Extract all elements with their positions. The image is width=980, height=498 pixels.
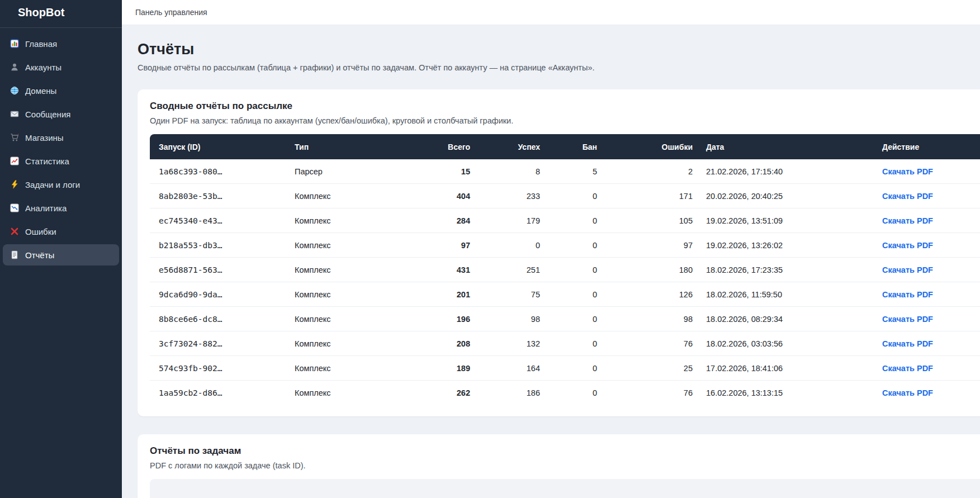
cell-ban: 5 — [549, 159, 606, 184]
sidebar-item-shops[interactable]: Магазины — [3, 127, 119, 148]
download-pdf-link[interactable]: Скачать PDF — [882, 167, 933, 176]
cell-errors: 76 — [606, 331, 702, 356]
sidebar-item-messages[interactable]: Сообщения — [3, 103, 119, 125]
cell-ban: 0 — [549, 233, 606, 258]
download-pdf-link[interactable]: Скачать PDF — [882, 364, 933, 373]
cell-type: Комплекс — [295, 258, 401, 282]
cell-run-id: 1aa59cb2-d86… — [150, 381, 295, 405]
cart-icon — [10, 133, 19, 142]
cell-errors: 105 — [606, 208, 702, 233]
cell-total: 196 — [401, 307, 479, 331]
mailing-reports-title: Сводные отчёты по рассылке — [150, 101, 980, 112]
sidebar-item-label: Ошибки — [25, 227, 56, 236]
cell-date: 18.02.2026, 03:03:56 — [702, 331, 858, 356]
sidebar-item-reports[interactable]: Отчёты — [3, 244, 119, 265]
task-reports-card: Отчёты по задачам PDF с логами по каждой… — [138, 434, 980, 498]
cell-total: 97 — [401, 233, 479, 258]
cell-errors: 171 — [606, 184, 702, 208]
col-success: Успех — [479, 134, 549, 159]
cell-ban: 0 — [549, 282, 606, 307]
table-row: b218a553-db3…Комплекс97009719.02.2026, 1… — [150, 233, 980, 258]
cell-total: 201 — [401, 282, 479, 307]
page-subtitle: Сводные отчёты по рассылкам (таблица + г… — [138, 63, 980, 72]
cell-action: Скачать PDF — [858, 307, 980, 331]
globe-icon — [10, 86, 19, 95]
task-reports-table-header — [150, 479, 980, 498]
download-pdf-link[interactable]: Скачать PDF — [882, 290, 933, 299]
x-icon — [10, 227, 19, 236]
lightning-icon — [10, 180, 19, 189]
sidebar-item-tasks-logs[interactable]: Задачи и логи — [3, 174, 119, 195]
table-row: 8ab2803e-53b…Комплекс404233017120.02.202… — [150, 184, 980, 208]
cell-type: Комплекс — [295, 331, 401, 356]
cell-run-id: 3cf73024-882… — [150, 331, 295, 356]
table-row: 8b8ce6e6-dc8…Комплекс1969809818.02.2026,… — [150, 307, 980, 331]
col-total: Всего — [401, 134, 479, 159]
cell-total: 208 — [401, 331, 479, 356]
sidebar-item-analytics[interactable]: Аналитика — [3, 197, 119, 219]
cell-total: 189 — [401, 356, 479, 381]
cell-action: Скачать PDF — [858, 184, 980, 208]
cell-type: Комплекс — [295, 381, 401, 405]
main-content: Отчёты Сводные отчёты по рассылкам (табл… — [122, 25, 980, 498]
cell-errors: 76 — [606, 381, 702, 405]
sidebar-item-domains[interactable]: Домены — [3, 80, 119, 101]
cell-success: 179 — [479, 208, 549, 233]
sidebar-nav: ГлавнаяАккаунтыДоменыСообщенияМагазиныСт… — [0, 28, 122, 273]
cell-date: 19.02.2026, 13:26:02 — [702, 233, 858, 258]
cell-type: Комплекс — [295, 233, 401, 258]
download-pdf-link[interactable]: Скачать PDF — [882, 192, 933, 201]
sidebar-item-label: Отчёты — [25, 250, 54, 260]
sidebar-item-label: Статистика — [25, 156, 69, 166]
cell-errors: 98 — [606, 307, 702, 331]
mailing-reports-card: Сводные отчёты по рассылке Один PDF на з… — [138, 89, 980, 416]
page-title: Отчёты — [138, 41, 980, 58]
download-pdf-link[interactable]: Скачать PDF — [882, 241, 933, 250]
sidebar-item-label: Главная — [25, 39, 57, 49]
app-brand: ShopBot — [0, 0, 122, 28]
table-row: 9dca6d90-9da…Комплекс20175012618.02.2026… — [150, 282, 980, 307]
cell-date: 20.02.2026, 20:40:25 — [702, 184, 858, 208]
task-reports-subtitle: PDF с логами по каждой задаче (task ID). — [150, 461, 980, 470]
cell-ban: 0 — [549, 356, 606, 381]
col-ban: Бан — [549, 134, 606, 159]
col-type: Тип — [295, 134, 401, 159]
sidebar-item-home[interactable]: Главная — [3, 33, 119, 54]
chart-up-icon — [10, 156, 19, 165]
download-pdf-link[interactable]: Скачать PDF — [882, 315, 933, 324]
cell-ban: 0 — [549, 307, 606, 331]
cell-success: 251 — [479, 258, 549, 282]
cell-action: Скачать PDF — [858, 282, 980, 307]
cell-run-id: 8ab2803e-53b… — [150, 184, 295, 208]
sidebar-item-statistics[interactable]: Статистика — [3, 150, 119, 172]
sidebar-item-label: Магазины — [25, 133, 64, 143]
cell-date: 17.02.2026, 18:41:06 — [702, 356, 858, 381]
sidebar-item-accounts[interactable]: Аккаунты — [3, 56, 119, 78]
download-pdf-link[interactable]: Скачать PDF — [882, 388, 933, 397]
cell-run-id: e56d8871-563… — [150, 258, 295, 282]
cell-ban: 0 — [549, 208, 606, 233]
cell-date: 18.02.2026, 17:23:35 — [702, 258, 858, 282]
cell-type: Комплекс — [295, 307, 401, 331]
mailing-reports-table: Запуск (ID) Тип Всего Успех Бан Ошибки Д… — [150, 134, 980, 405]
cell-type: Парсер — [295, 159, 401, 184]
cell-errors: 126 — [606, 282, 702, 307]
envelope-icon — [10, 110, 19, 118]
cell-success: 186 — [479, 381, 549, 405]
sidebar-item-errors[interactable]: Ошибки — [3, 221, 119, 242]
cell-ban: 0 — [549, 184, 606, 208]
table-row: 1aa59cb2-d86…Комплекс26218607616.02.2026… — [150, 381, 980, 405]
cell-success: 164 — [479, 356, 549, 381]
cell-type: Комплекс — [295, 282, 401, 307]
download-pdf-link[interactable]: Скачать PDF — [882, 265, 933, 274]
topbar: Панель управления — [122, 0, 980, 25]
cell-total: 262 — [401, 381, 479, 405]
table-header: Запуск (ID) Тип Всего Успех Бан Ошибки Д… — [150, 134, 980, 159]
col-date: Дата — [702, 134, 858, 159]
download-pdf-link[interactable]: Скачать PDF — [882, 339, 933, 348]
cell-date: 21.02.2026, 17:15:40 — [702, 159, 858, 184]
table-row: ec745340-e43…Комплекс284179010519.02.202… — [150, 208, 980, 233]
cell-type: Комплекс — [295, 208, 401, 233]
download-pdf-link[interactable]: Скачать PDF — [882, 216, 933, 225]
cell-date: 18.02.2026, 08:29:34 — [702, 307, 858, 331]
